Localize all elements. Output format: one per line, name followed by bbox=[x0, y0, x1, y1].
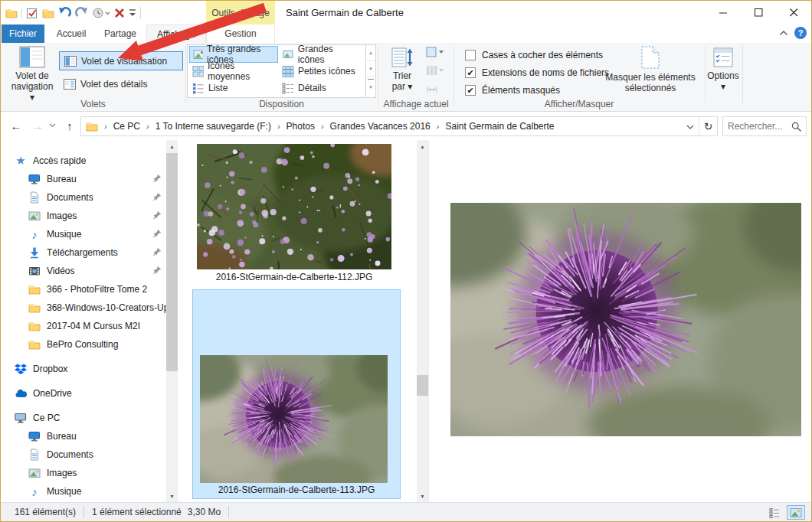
checkbox-item-check-boxes[interactable]: Cases à cocher des éléments bbox=[465, 48, 603, 62]
sidebar-item-folder-2017[interactable]: 2017-04 M Cursus M2I bbox=[1, 317, 166, 335]
sidebar-item-images[interactable]: Images bbox=[1, 207, 166, 225]
sort-by-button[interactable]: Trier par ▾ bbox=[382, 46, 422, 92]
sidebar-section-this-pc[interactable]: Ce PC bbox=[1, 409, 166, 427]
tab-manage[interactable]: Gestion bbox=[206, 24, 275, 43]
sidebar-item-musique[interactable]: ♪ Musique bbox=[1, 225, 166, 243]
checkbox-unchecked[interactable] bbox=[465, 50, 476, 60]
sidebar-item-folder-bepro[interactable]: BePro Consulting bbox=[1, 335, 166, 354]
tab-file[interactable]: Fichier bbox=[2, 24, 44, 43]
layout-item-petites-icones[interactable]: Petites icônes bbox=[279, 63, 365, 80]
checkbox-label: Éléments masqués bbox=[482, 85, 560, 96]
add-columns-icon[interactable] bbox=[425, 64, 445, 80]
hide-selected-items-button[interactable]: Masquer les éléments sélectionnés bbox=[598, 45, 702, 93]
breadcrumb-separator-icon[interactable]: › bbox=[319, 122, 326, 131]
scrollbar-thumb[interactable] bbox=[166, 153, 178, 371]
history-icon[interactable] bbox=[92, 4, 110, 22]
details-view-toggle-icon[interactable] bbox=[765, 505, 784, 520]
sidebar-item-documents[interactable]: Documents bbox=[1, 188, 166, 207]
search-icon[interactable] bbox=[791, 122, 802, 132]
group-by-icon[interactable] bbox=[425, 46, 445, 62]
navigation-pane-label-1: Volet de bbox=[15, 70, 48, 81]
file-item-113-selected[interactable]: 2016-StGermain-de-Calberte-113.JPG bbox=[192, 289, 401, 499]
preview-pane-button[interactable]: Volet de visualisation bbox=[59, 51, 183, 70]
up-icon[interactable]: ↑ bbox=[61, 116, 79, 135]
recent-locations-icon[interactable] bbox=[47, 116, 57, 135]
checkbox-item-file-extensions[interactable]: ✔ Extensions de noms de fichiers bbox=[465, 66, 609, 80]
customize-qat-icon[interactable] bbox=[129, 4, 136, 22]
sidebar-section-onedrive[interactable]: OneDrive bbox=[1, 384, 166, 403]
thumbnail-view-toggle-icon[interactable] bbox=[787, 505, 805, 520]
breadcrumb-separator-icon[interactable]: › bbox=[145, 122, 151, 131]
breadcrumb-this-pc[interactable]: Ce PC bbox=[109, 121, 145, 132]
scrollbar-thumb[interactable] bbox=[417, 375, 428, 396]
delete-icon[interactable] bbox=[114, 4, 125, 22]
minimize-button[interactable] bbox=[706, 1, 741, 24]
options-icon bbox=[712, 46, 735, 69]
size-columns-icon[interactable] bbox=[425, 83, 445, 99]
sidebar-section-quick-access[interactable]: ★ Accès rapide bbox=[1, 152, 166, 170]
sidebar-item-bureau[interactable]: Bureau bbox=[1, 170, 166, 188]
breadcrumb-photos[interactable]: Photos bbox=[282, 121, 319, 132]
scroll-up-icon[interactable]: ▲ bbox=[166, 140, 178, 152]
new-folder-icon[interactable] bbox=[42, 4, 54, 22]
undo-icon[interactable] bbox=[58, 4, 71, 22]
gallery-more-icon[interactable]: ▼ bbox=[368, 79, 374, 95]
scroll-down-icon[interactable]: ▼ bbox=[166, 490, 178, 502]
tab-share[interactable]: Partage bbox=[97, 24, 143, 43]
address-bar[interactable]: › Ce PC › 1 To Interne sauvegarde (F:) ›… bbox=[80, 116, 718, 136]
layout-item-grandes-icones[interactable]: Grandes icônes bbox=[279, 46, 365, 63]
sidebar-item-pc-documents[interactable]: Documents bbox=[1, 445, 166, 464]
sidebar-item-pc-musique[interactable]: ♪ Musique bbox=[1, 482, 166, 501]
file-list-scrollbar[interactable]: ▲ ▼ bbox=[417, 140, 428, 502]
maximize-button[interactable] bbox=[741, 1, 776, 24]
music-icon: ♪ bbox=[28, 228, 41, 240]
sidebar-item-pc-bureau[interactable]: Bureau bbox=[1, 427, 166, 445]
breadcrumb-separator-icon[interactable]: › bbox=[276, 122, 282, 131]
sidebar-item-videos[interactable]: Vidéos bbox=[1, 262, 166, 280]
collapse-ribbon-icon[interactable] bbox=[779, 28, 788, 38]
quick-access-star-icon: ★ bbox=[15, 155, 27, 167]
address-dropdown-icon[interactable] bbox=[682, 121, 699, 132]
refresh-icon[interactable]: ↻ bbox=[699, 117, 717, 135]
breadcrumb-separator-icon[interactable]: › bbox=[103, 122, 109, 131]
group-separator bbox=[185, 46, 186, 103]
forward-icon[interactable]: → bbox=[28, 116, 47, 135]
scroll-up-icon[interactable]: ▲ bbox=[417, 140, 428, 152]
close-button[interactable] bbox=[776, 1, 811, 24]
scroll-down-icon[interactable]: ▼ bbox=[417, 490, 428, 502]
ribbon-tabs: Fichier Accueil Partage Affichage Gestio… bbox=[1, 24, 811, 43]
checkbox-checked[interactable]: ✔ bbox=[465, 85, 476, 96]
gallery-scroll-down-icon[interactable]: ▼ bbox=[366, 61, 375, 77]
sidebar-item-pc-images[interactable]: Images bbox=[1, 464, 166, 482]
tab-home[interactable]: Accueil bbox=[49, 24, 93, 43]
sidebar-item-telechargements[interactable]: Téléchargements bbox=[1, 243, 166, 262]
checkbox-checked[interactable]: ✔ bbox=[465, 67, 476, 78]
options-button[interactable]: Options ▾ bbox=[706, 46, 741, 92]
redo-icon[interactable] bbox=[75, 4, 88, 22]
details-pane-button[interactable]: Volet des détails bbox=[59, 74, 174, 93]
breadcrumb-vacances[interactable]: Grandes Vacances 2016 bbox=[326, 121, 435, 132]
back-icon[interactable]: ← bbox=[7, 116, 25, 135]
gallery-scroll-up-icon[interactable]: ▲ bbox=[366, 45, 375, 61]
folder-icon[interactable] bbox=[5, 4, 18, 22]
breadcrumb-drive[interactable]: 1 To Interne sauvegarde (F:) bbox=[151, 121, 276, 132]
breadcrumb-current-folder[interactable]: Saint Germain de Calberte bbox=[440, 121, 558, 132]
address-folder-icon bbox=[86, 120, 98, 132]
sidebar-item-folder-368[interactable]: 368-Windows-10-Creators-Up bbox=[1, 299, 166, 317]
sort-by-label-1: Trier bbox=[393, 70, 411, 81]
sidebar-section-dropbox[interactable]: Dropbox bbox=[1, 360, 166, 378]
sidebar-scrollbar[interactable]: ▲ ▼ bbox=[166, 140, 178, 502]
search-input[interactable] bbox=[728, 118, 792, 135]
layout-item-details[interactable]: Détails bbox=[279, 80, 365, 96]
checkbox-item-hidden-items[interactable]: ✔ Éléments masqués bbox=[465, 83, 560, 97]
dropbox-icon bbox=[15, 363, 27, 375]
help-icon[interactable]: ? bbox=[794, 27, 807, 39]
layout-item-liste[interactable]: Liste bbox=[189, 80, 278, 96]
group-separator bbox=[378, 46, 378, 103]
navigation-pane-button[interactable]: Volet de navigation ▾ bbox=[8, 46, 56, 103]
layout-item-icones-moyennes[interactable]: Icônes moyennes bbox=[189, 63, 278, 80]
breadcrumb-separator-icon[interactable]: › bbox=[435, 122, 441, 131]
tab-view[interactable]: Affichage bbox=[146, 24, 206, 43]
sidebar-item-folder-366[interactable]: 366 - PhotoFiltre Tome 2 bbox=[1, 280, 166, 299]
properties-check-icon[interactable] bbox=[26, 4, 38, 22]
